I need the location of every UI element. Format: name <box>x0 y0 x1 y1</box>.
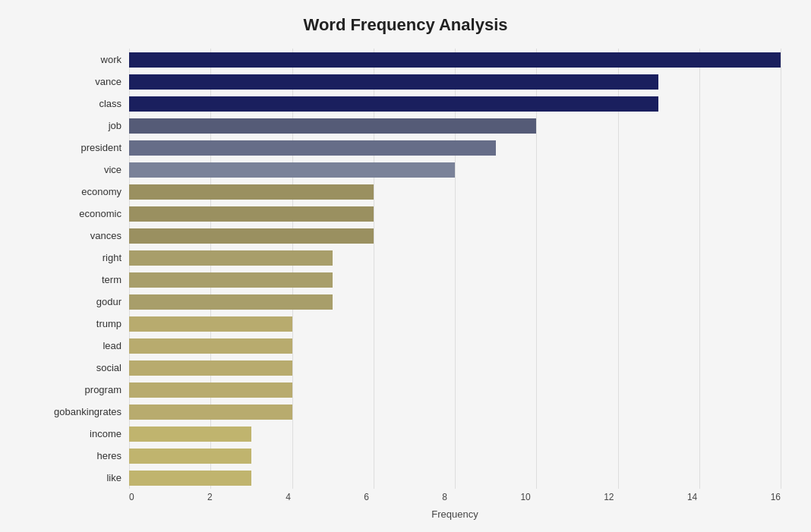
y-label: job <box>109 116 121 136</box>
bar-row <box>129 204 781 224</box>
x-tick: 8 <box>442 492 447 502</box>
bar <box>129 427 251 442</box>
bar-row <box>129 226 781 246</box>
bar-row <box>129 336 781 356</box>
grid-line <box>699 49 700 489</box>
grid-line <box>455 49 456 489</box>
y-label: social <box>96 358 121 378</box>
y-label: godur <box>96 292 121 312</box>
bar <box>129 272 333 288</box>
grid-line <box>129 49 130 489</box>
bar <box>129 52 781 68</box>
bar <box>129 360 292 376</box>
y-axis: workvanceclassjobpresidentviceeconomyeco… <box>30 49 129 489</box>
y-label: vances <box>90 226 121 246</box>
y-label: right <box>103 248 121 268</box>
bar <box>129 228 374 244</box>
x-axis-section: 0246810121416 Frequency <box>129 492 781 520</box>
bar-row <box>129 72 781 92</box>
chart-area: workvanceclassjobpresidentviceeconomyeco… <box>30 49 781 489</box>
bar <box>129 382 292 398</box>
x-tick: 0 <box>129 492 134 502</box>
x-tick: 2 <box>207 492 213 502</box>
grid-line <box>536 49 537 489</box>
grid-line <box>210 49 211 489</box>
bar-row <box>129 182 781 202</box>
y-label: term <box>102 270 121 290</box>
bar-row <box>129 50 781 70</box>
chart-title: Word Frequency Analysis <box>30 15 781 35</box>
grid-line <box>618 49 619 489</box>
bar <box>129 140 496 156</box>
bar-row <box>129 424 781 444</box>
y-label: income <box>90 424 121 444</box>
x-tick: 4 <box>286 492 291 502</box>
y-label: gobankingrates <box>54 402 121 422</box>
bar <box>129 316 292 332</box>
y-label: like <box>106 468 121 488</box>
y-label: vance <box>95 72 121 92</box>
y-label: class <box>99 94 121 114</box>
bar <box>129 338 292 354</box>
bar <box>129 184 374 200</box>
bar <box>129 250 333 266</box>
bar <box>129 206 374 222</box>
x-axis-label: Frequency <box>431 508 478 520</box>
bar-row <box>129 402 781 422</box>
x-ticks-row: 0246810121416 <box>129 492 781 502</box>
y-label: trump <box>96 314 121 334</box>
y-label: president <box>81 138 121 158</box>
bar-row <box>129 468 781 488</box>
bar <box>129 162 455 178</box>
x-tick: 10 <box>520 492 530 502</box>
bar-row <box>129 358 781 378</box>
x-tick: 14 <box>687 492 697 502</box>
bar-row <box>129 138 781 158</box>
bar <box>129 471 251 486</box>
x-tick: 12 <box>604 492 614 502</box>
bar-row <box>129 314 781 334</box>
x-tick: 16 <box>771 492 781 502</box>
bar-row <box>129 248 781 268</box>
bar-row <box>129 94 781 114</box>
bar <box>129 405 292 420</box>
bar <box>129 449 251 464</box>
x-tick: 6 <box>364 492 369 502</box>
bar-row <box>129 292 781 312</box>
bar-row <box>129 270 781 290</box>
grid-line <box>292 49 293 489</box>
y-label: heres <box>96 446 121 466</box>
y-label: vice <box>104 160 121 180</box>
bar-row <box>129 380 781 400</box>
bar <box>129 74 658 90</box>
y-label: program <box>85 380 121 400</box>
y-label: work <box>101 50 121 70</box>
grid-line <box>781 49 781 489</box>
y-label: lead <box>103 336 121 356</box>
bar <box>129 118 536 134</box>
bar-row <box>129 446 781 466</box>
bar <box>129 294 333 310</box>
bar <box>129 96 658 112</box>
y-label: economy <box>81 182 121 202</box>
grid-line <box>374 49 374 489</box>
y-label: economic <box>79 204 121 224</box>
bar-row <box>129 116 781 136</box>
bars-grid <box>129 49 781 489</box>
bar-row <box>129 160 781 180</box>
chart-container: Word Frequency Analysis workvanceclassjo… <box>0 0 811 532</box>
